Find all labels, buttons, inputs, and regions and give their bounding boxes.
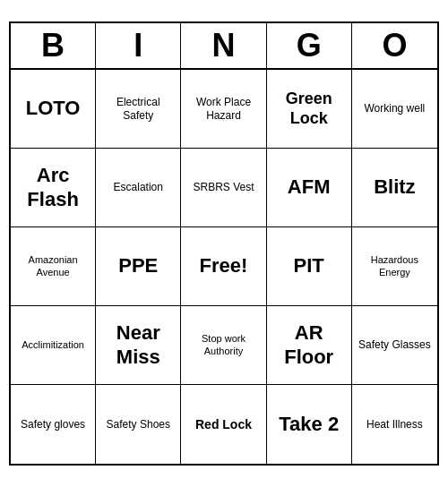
cell-text: Free! bbox=[200, 254, 248, 278]
cell-text: Electrical Safety bbox=[101, 96, 175, 122]
cell-text: Stop work Authority bbox=[186, 333, 260, 356]
cell-text: PPE bbox=[118, 254, 158, 278]
bingo-cell[interactable]: Hazardous Energy bbox=[352, 227, 437, 306]
bingo-cell[interactable]: PIT bbox=[267, 227, 352, 306]
bingo-cell[interactable]: Heat Illness bbox=[352, 385, 437, 464]
cell-text: AFM bbox=[288, 175, 331, 199]
cell-text: AR Floor bbox=[272, 321, 346, 369]
cell-text: Acclimitization bbox=[22, 339, 84, 351]
bingo-cell[interactable]: AFM bbox=[267, 149, 352, 227]
bingo-cell[interactable]: LOTO bbox=[11, 70, 96, 149]
bingo-header: BINGO bbox=[11, 23, 437, 70]
bingo-cell[interactable]: Acclimitization bbox=[11, 306, 96, 385]
bingo-cell[interactable]: PPE bbox=[96, 227, 181, 306]
cell-text: Red Lock bbox=[195, 417, 252, 432]
bingo-grid: LOTOElectrical SafetyWork Place HazardGr… bbox=[11, 70, 437, 464]
cell-text: Escalation bbox=[114, 181, 163, 193]
bingo-cell[interactable]: Blitz bbox=[352, 149, 437, 227]
bingo-cell[interactable]: Electrical Safety bbox=[96, 70, 181, 149]
bingo-cell[interactable]: Free! bbox=[181, 227, 266, 306]
bingo-cell[interactable]: Safety Glasses bbox=[352, 306, 437, 385]
cell-text: Hazardous Energy bbox=[358, 254, 432, 278]
cell-text: PIT bbox=[294, 254, 324, 278]
cell-text: Working well bbox=[364, 102, 425, 115]
cell-text: Safety Glasses bbox=[358, 338, 431, 351]
bingo-cell[interactable]: Stop work Authority bbox=[181, 306, 266, 385]
bingo-cell[interactable]: Safety Shoes bbox=[96, 385, 181, 464]
bingo-cell[interactable]: Safety gloves bbox=[11, 385, 96, 464]
bingo-cell[interactable]: SRBRS Vest bbox=[181, 149, 266, 227]
bingo-cell[interactable]: Escalation bbox=[96, 149, 181, 227]
cell-text: Amazonian Avenue bbox=[16, 254, 90, 278]
bingo-cell[interactable]: Arc Flash bbox=[11, 149, 96, 227]
cell-text: Work Place Hazard bbox=[186, 96, 260, 122]
bingo-cell[interactable]: Near Miss bbox=[96, 306, 181, 385]
header-letter: N bbox=[181, 23, 266, 68]
cell-text: Heat Illness bbox=[366, 418, 423, 431]
header-letter: O bbox=[352, 23, 437, 68]
cell-text: LOTO bbox=[26, 97, 81, 120]
bingo-cell[interactable]: Red Lock bbox=[181, 385, 266, 464]
bingo-cell[interactable]: Work Place Hazard bbox=[181, 70, 266, 149]
cell-text: Arc Flash bbox=[16, 164, 90, 211]
bingo-cell[interactable]: AR Floor bbox=[267, 306, 352, 385]
cell-text: Safety gloves bbox=[21, 418, 85, 431]
cell-text: Near Miss bbox=[101, 321, 175, 369]
cell-text: Safety Shoes bbox=[107, 418, 170, 431]
bingo-cell[interactable]: Green Lock bbox=[267, 70, 352, 149]
bingo-card: BINGO LOTOElectrical SafetyWork Place Ha… bbox=[9, 21, 439, 466]
cell-text: SRBRS Vest bbox=[193, 181, 254, 193]
bingo-cell[interactable]: Working well bbox=[352, 70, 437, 149]
bingo-cell[interactable]: Take 2 bbox=[267, 385, 352, 464]
cell-text: Blitz bbox=[374, 175, 415, 199]
header-letter: I bbox=[96, 23, 181, 68]
header-letter: G bbox=[267, 23, 352, 68]
cell-text: Take 2 bbox=[279, 413, 339, 436]
header-letter: B bbox=[11, 23, 96, 68]
bingo-cell[interactable]: Amazonian Avenue bbox=[11, 227, 96, 306]
cell-text: Green Lock bbox=[272, 90, 346, 128]
